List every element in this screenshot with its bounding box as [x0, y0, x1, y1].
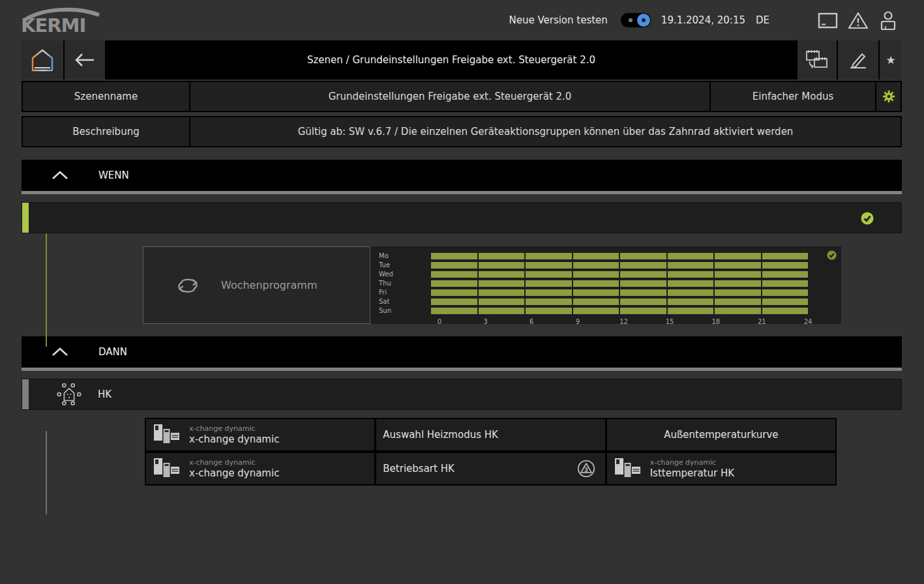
week-segment	[668, 280, 714, 287]
display-icon	[818, 12, 838, 29]
warnings-button[interactable]	[847, 11, 869, 30]
top-bar: KERMI Neue Version testen 19.1.2024, 20:…	[0, 0, 924, 40]
action-label: Außentemperaturkurve	[664, 429, 778, 441]
week-segment	[762, 280, 809, 287]
description-label: Beschreibung	[23, 117, 189, 146]
week-schedule-bar[interactable]	[431, 289, 808, 296]
hour-tick-label: 21	[758, 318, 766, 325]
week-row: Wed	[379, 270, 841, 279]
week-segment	[762, 289, 809, 296]
week-segment	[668, 253, 714, 259]
week-segment	[573, 253, 619, 259]
settings-button[interactable]	[876, 82, 901, 111]
week-segment	[526, 262, 572, 269]
week-schedule-bar[interactable]	[431, 271, 808, 278]
week-schedule-bar[interactable]	[431, 299, 808, 305]
user-icon	[878, 10, 898, 31]
action-tile-betriebsart[interactable]: Betriebsart HK 3	[376, 453, 604, 484]
week-segment	[573, 262, 619, 269]
display-button[interactable]	[818, 12, 838, 29]
week-segment	[762, 299, 809, 305]
week-segment	[479, 299, 525, 305]
star-icon: ★	[886, 53, 895, 66]
dann-section-header[interactable]: DANN	[22, 336, 902, 368]
device-tile[interactable]: x-change dynamic x-change dynamic	[146, 453, 374, 484]
action-label: Isttemperatur HK	[650, 467, 734, 480]
week-schedule-bar[interactable]	[431, 280, 808, 287]
pencil-icon	[848, 50, 869, 70]
device-type-label: x-change dynamic	[189, 424, 279, 433]
heat-pump-device-icon	[153, 457, 180, 480]
action-label: Auswahl Heizmodus HK	[383, 429, 498, 441]
week-segment	[715, 299, 761, 305]
wenn-section-header[interactable]: WENN	[22, 160, 902, 191]
week-segment	[620, 271, 666, 278]
week-schedule-bar[interactable]	[431, 308, 808, 314]
week-segment	[526, 299, 572, 305]
week-row: Fri	[379, 288, 841, 297]
week-program-label: Wochenprogramm	[221, 279, 317, 291]
week-segment	[668, 308, 714, 314]
week-segment	[668, 299, 714, 305]
week-segment	[479, 280, 525, 287]
description-value[interactable]: Gültig ab: SW v.6.7 / Die einzelnen Gerä…	[190, 117, 901, 146]
scene-name-label: Szenenname	[23, 82, 189, 111]
actions-grid: x-change dynamic x-change dynamic Auswah…	[145, 418, 837, 486]
house-network-icon	[56, 381, 82, 407]
dann-section-underline	[22, 368, 902, 371]
action-tile-aussentemperaturkurve[interactable]: Außentemperaturkurve	[607, 419, 835, 450]
device-name-label: x-change dynamic	[189, 433, 279, 446]
week-schedule-bar[interactable]	[431, 253, 808, 259]
new-version-label: Neue Version testen	[509, 14, 607, 26]
week-segment	[573, 299, 619, 305]
week-segment	[526, 289, 572, 296]
condition-row[interactable]	[22, 202, 902, 233]
action-tile-auswahl-heizmodus[interactable]: Auswahl Heizmodus HK	[376, 419, 604, 450]
week-row: Mo	[379, 252, 841, 261]
week-day-label: Thu	[379, 280, 431, 287]
week-segment	[762, 308, 809, 314]
week-segment	[762, 253, 809, 259]
week-hour-axis: 03691215182124	[440, 317, 808, 326]
hk-group-row[interactable]: HK	[22, 379, 902, 410]
week-segment	[479, 271, 525, 278]
week-segment	[715, 308, 761, 314]
week-row: Tue	[379, 261, 841, 270]
week-segment	[668, 271, 714, 278]
chevron-up-icon[interactable]	[51, 171, 69, 180]
device-name-label: x-change dynamic	[189, 467, 279, 480]
week-row: Thu	[379, 279, 841, 288]
home-button[interactable]	[22, 40, 63, 80]
device-tile[interactable]: x-change dynamic x-change dynamic	[146, 419, 374, 450]
week-day-label: Tue	[379, 262, 431, 269]
week-segment	[620, 308, 666, 314]
week-segment	[431, 299, 477, 305]
edit-button[interactable]	[838, 40, 878, 80]
copy-scene-icon	[805, 49, 829, 71]
week-segment	[431, 253, 477, 259]
favorite-button[interactable]: ★	[880, 40, 902, 80]
datetime-label: 19.1.2024, 20:15	[661, 14, 745, 26]
chevron-up-icon[interactable]	[51, 347, 69, 357]
toggle-knob-dot	[642, 18, 646, 22]
week-segment	[526, 280, 572, 287]
week-program-tile[interactable]: Wochenprogramm	[143, 246, 370, 324]
language-label[interactable]: DE	[756, 14, 769, 26]
scene-name-value[interactable]: Grundeinstellungen Freigabe ext. Steuerg…	[190, 82, 709, 111]
copy-scene-button[interactable]	[797, 40, 837, 80]
week-day-label: Sat	[379, 299, 431, 305]
simple-mode-button[interactable]: Einfacher Modus	[711, 82, 875, 111]
back-button[interactable]	[65, 40, 105, 80]
week-segment	[431, 271, 477, 278]
week-schedule-bar[interactable]	[431, 262, 808, 269]
new-version-toggle[interactable]	[621, 13, 651, 27]
week-program-check-icon	[827, 250, 837, 260]
week-segment	[715, 280, 761, 287]
device-tile-isttemperatur[interactable]: x-change dynamic Isttemperatur HK	[607, 453, 835, 484]
week-segment	[715, 271, 761, 278]
condition-active-check-icon	[861, 212, 874, 225]
hour-tick-label: 15	[666, 318, 674, 325]
week-day-label: Mo	[379, 253, 431, 259]
week-segment	[479, 253, 525, 259]
user-button[interactable]	[878, 10, 898, 31]
